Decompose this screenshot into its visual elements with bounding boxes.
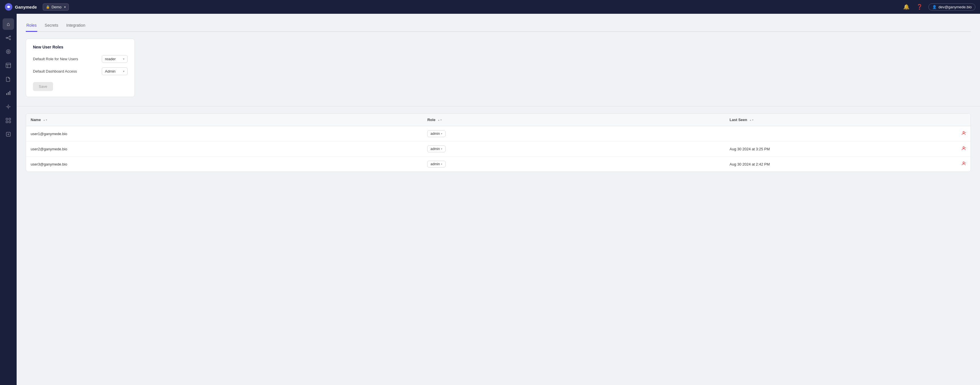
svg-rect-10 <box>6 63 11 68</box>
default-dashboard-chevron-icon: ▾ <box>123 70 124 73</box>
default-role-label: Default Role for New Users <box>33 57 78 61</box>
table-body: user1@ganymede.bio admin ▾ <box>26 126 970 172</box>
role-value: admin <box>430 132 440 136</box>
top-navigation: Ganymede 🔒 Demo ▾ 🔔 ❓ 👤 dev@ganymede.bio <box>0 0 980 14</box>
role-sort-icon[interactable]: ▲▼ <box>438 119 442 121</box>
sidebar-item-chart[interactable] <box>3 87 14 99</box>
workflow-icon <box>6 35 11 40</box>
grid-icon <box>6 118 11 123</box>
default-role-select[interactable]: reader ▾ <box>102 55 127 63</box>
plugin-icon <box>6 132 11 137</box>
table-icon <box>6 63 11 68</box>
app-logo: Ganymede <box>5 3 37 11</box>
user-avatar-icon: 👤 <box>932 5 937 9</box>
default-role-row: Default Role for New Users reader ▾ <box>33 55 127 63</box>
role-value: admin <box>430 162 440 166</box>
sidebar-item-workflow[interactable] <box>3 32 14 44</box>
svg-point-2 <box>6 37 7 38</box>
user-lastseen-cell <box>725 126 933 141</box>
user-email: dev@ganymede.bio <box>939 5 972 9</box>
user-role-cell: admin ▾ <box>423 157 725 172</box>
sidebar-item-grid[interactable] <box>3 115 14 126</box>
table-row: user3@ganymede.bio admin ▾ Aug 30 2024 a… <box>26 157 970 172</box>
svg-rect-24 <box>9 121 11 123</box>
user-email-cell: user2@ganymede.bio <box>26 141 423 157</box>
col-header-last-seen: Last Seen ▲▼ <box>725 113 933 126</box>
svg-line-6 <box>7 38 10 39</box>
help-button[interactable]: ❓ <box>915 3 924 11</box>
role-chevron-icon: ▾ <box>441 147 442 150</box>
role-chevron-icon: ▾ <box>441 163 442 166</box>
table-row: user1@ganymede.bio admin ▾ <box>26 126 970 141</box>
sidebar-item-deploy[interactable] <box>3 101 14 112</box>
ganymede-logo-icon <box>5 3 13 11</box>
deploy-icon <box>6 104 11 109</box>
notification-bell-button[interactable]: 🔔 <box>902 3 911 11</box>
default-dashboard-row: Default Dashboard Access Admin ▾ <box>33 67 127 75</box>
user-lastseen-cell: Aug 30 2024 at 3:25 PM <box>725 141 933 157</box>
sidebar: ⌂ <box>0 14 17 385</box>
lock-icon: 🔒 <box>46 5 50 9</box>
svg-point-4 <box>10 39 11 40</box>
svg-line-5 <box>7 37 10 38</box>
tab-integration[interactable]: Integration <box>66 21 86 32</box>
nav-icons: 🔔 ❓ 👤 dev@ganymede.bio <box>902 3 975 11</box>
svg-point-16 <box>8 106 9 108</box>
user-email-cell: user1@ganymede.bio <box>26 126 423 141</box>
name-sort-icon[interactable]: ▲▼ <box>43 119 48 121</box>
user-action-cell <box>933 126 970 141</box>
svg-point-3 <box>10 36 11 37</box>
user-role-cell: admin ▾ <box>423 141 725 157</box>
user-role-select-1[interactable]: admin ▾ <box>427 145 445 152</box>
new-user-roles-card: New User Roles Default Role for New User… <box>26 39 135 97</box>
user-role-cell: admin ▾ <box>423 126 725 141</box>
user-account-button[interactable]: 👤 dev@ganymede.bio <box>928 3 975 11</box>
files-icon <box>6 77 11 82</box>
col-header-name: Name ▲▼ <box>26 113 423 126</box>
role-chevron-icon: ▾ <box>441 132 442 135</box>
app-name: Ganymede <box>15 5 37 10</box>
sidebar-item-home[interactable]: ⌂ <box>3 18 14 30</box>
user-action-cell <box>933 141 970 157</box>
monitor-icon <box>6 49 11 54</box>
remove-user-button-0[interactable] <box>961 131 966 136</box>
col-header-role: Role ▲▼ <box>423 113 725 126</box>
sidebar-item-table[interactable] <box>3 60 14 71</box>
svg-rect-23 <box>6 121 8 123</box>
tab-bar: Roles Secrets Integration <box>26 21 971 32</box>
default-role-chevron-icon: ▾ <box>123 58 124 61</box>
svg-rect-15 <box>10 91 10 95</box>
role-value: admin <box>430 147 440 151</box>
default-dashboard-select[interactable]: Admin ▾ <box>102 67 127 75</box>
col-header-action <box>933 113 970 126</box>
sidebar-item-monitor[interactable] <box>3 46 14 58</box>
workspace-chevron: ▾ <box>64 5 66 9</box>
workspace-name: Demo <box>52 5 62 9</box>
tab-secrets[interactable]: Secrets <box>44 21 59 32</box>
remove-user-button-1[interactable] <box>961 147 966 152</box>
remove-user-button-2[interactable] <box>961 162 966 167</box>
workspace-selector[interactable]: 🔒 Demo ▾ <box>43 3 69 11</box>
main-content: Roles Secrets Integration New User Roles… <box>17 14 980 385</box>
svg-rect-21 <box>6 118 8 120</box>
user-email-cell: user3@ganymede.bio <box>26 157 423 172</box>
user-role-select-0[interactable]: admin ▾ <box>427 130 445 137</box>
svg-point-9 <box>8 51 9 52</box>
sidebar-item-plugin[interactable] <box>3 129 14 140</box>
tab-roles[interactable]: Roles <box>26 21 37 32</box>
lastseen-sort-icon[interactable]: ▲▼ <box>749 119 754 121</box>
user-role-select-2[interactable]: admin ▾ <box>427 161 445 168</box>
svg-point-1 <box>8 6 10 8</box>
users-table-container: Name ▲▼ Role ▲▼ Last Seen ▲▼ <box>26 113 971 172</box>
save-button[interactable]: Save <box>33 82 53 91</box>
default-role-value: reader <box>105 57 116 61</box>
default-dashboard-value: Admin <box>105 69 116 73</box>
card-title: New User Roles <box>33 45 127 50</box>
svg-rect-22 <box>9 118 11 120</box>
default-dashboard-label: Default Dashboard Access <box>33 69 77 73</box>
user-action-cell <box>933 157 970 172</box>
users-table: Name ▲▼ Role ▲▼ Last Seen ▲▼ <box>26 113 970 172</box>
svg-rect-13 <box>6 93 7 95</box>
user-lastseen-cell: Aug 30 2024 at 2:42 PM <box>725 157 933 172</box>
sidebar-item-files[interactable] <box>3 73 14 85</box>
